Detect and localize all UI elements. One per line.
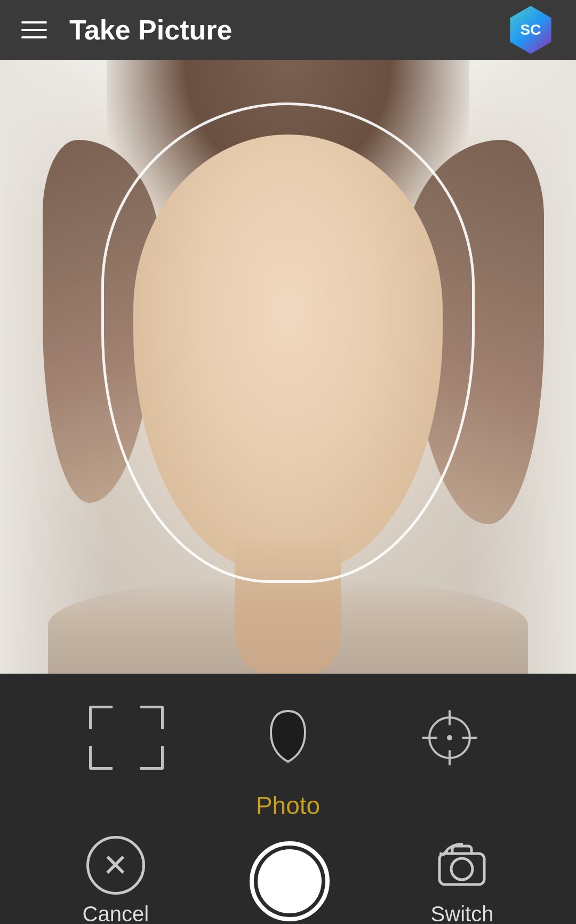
cancel-label: Cancel bbox=[83, 902, 149, 924]
camera-action-row: ✕ Cancel Sw bbox=[0, 836, 576, 924]
target-crosshair-icon[interactable] bbox=[412, 706, 487, 770]
svg-point-5 bbox=[447, 735, 452, 740]
cancel-icon: ✕ bbox=[86, 836, 145, 895]
frame-corner-tl bbox=[89, 706, 113, 729]
camera-controls: Photo ✕ Cancel bbox=[0, 674, 576, 924]
shutter-inner-circle bbox=[258, 849, 322, 913]
page-title: Take Picture bbox=[69, 14, 507, 46]
cancel-x-icon: ✕ bbox=[102, 850, 129, 881]
frame-corner-bl bbox=[89, 746, 113, 770]
menu-line-3 bbox=[21, 36, 47, 38]
switch-camera-svg bbox=[435, 839, 489, 892]
neck-area bbox=[235, 540, 341, 674]
control-icons-row bbox=[0, 690, 576, 786]
switch-camera-icon bbox=[433, 836, 491, 895]
frame-corner-br bbox=[140, 746, 164, 770]
avatar-initials: SC bbox=[507, 6, 555, 54]
header: Take Picture SC bbox=[0, 0, 576, 60]
switch-camera-button[interactable]: Switch bbox=[431, 836, 494, 924]
shutter-button[interactable] bbox=[250, 841, 330, 921]
hamburger-menu-icon[interactable] bbox=[21, 14, 53, 46]
svg-point-7 bbox=[451, 858, 473, 880]
frame-corner-tr bbox=[140, 706, 164, 729]
camera-viewfinder bbox=[0, 60, 576, 674]
face-outline-icon[interactable] bbox=[256, 700, 320, 775]
photo-mode-label[interactable]: Photo bbox=[256, 791, 320, 820]
face-skin bbox=[133, 135, 443, 572]
cancel-button[interactable]: ✕ Cancel bbox=[83, 836, 149, 924]
face-outline-svg bbox=[267, 708, 309, 767]
target-svg bbox=[420, 708, 479, 767]
switch-label: Switch bbox=[431, 902, 494, 924]
avatar[interactable]: SC bbox=[507, 6, 555, 54]
menu-line-1 bbox=[21, 21, 47, 23]
frame-icon[interactable] bbox=[89, 706, 164, 770]
menu-line-2 bbox=[21, 29, 47, 31]
